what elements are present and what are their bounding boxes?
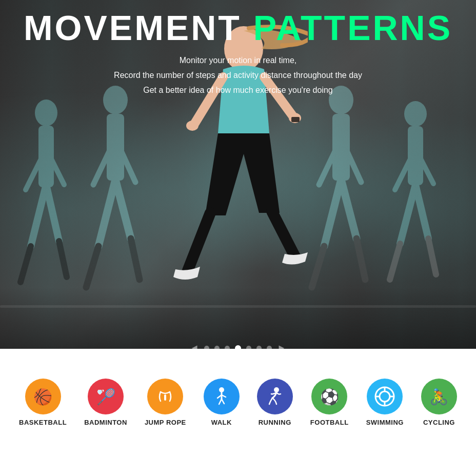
cycling-label: CYCLING	[423, 419, 455, 426]
svg-line-22	[272, 211, 295, 256]
svg-point-50	[380, 391, 390, 402]
svg-line-11	[115, 180, 131, 239]
football-label: FOOTBALL	[310, 419, 349, 426]
subtitle: Monitor your motion in real time, Record…	[0, 53, 476, 97]
svg-line-47	[222, 399, 224, 404]
walk-label: WALK	[211, 419, 232, 426]
activity-badminton[interactable]: 🏸 BADMINTON	[84, 379, 127, 426]
runner-figures	[0, 62, 476, 308]
dot-6[interactable]	[256, 346, 262, 351]
activity-swimming[interactable]: SWIMMING	[366, 379, 404, 426]
subtitle-line2: Record the number of steps and activity …	[0, 68, 476, 83]
svg-line-21	[187, 213, 210, 272]
svg-point-32	[404, 101, 427, 127]
dot-7[interactable]	[267, 346, 272, 351]
svg-line-36	[390, 244, 400, 280]
activity-football[interactable]: ⚽ FOOTBALL	[310, 379, 349, 426]
svg-line-28	[312, 246, 324, 287]
svg-line-37	[428, 239, 436, 274]
svg-point-48	[274, 387, 279, 392]
svg-line-26	[324, 180, 341, 246]
svg-point-19	[186, 121, 199, 131]
pagination-dots: ◄ ►	[0, 343, 476, 353]
jumprope-icon	[147, 379, 183, 414]
svg-rect-23	[291, 117, 300, 122]
svg-line-46	[219, 399, 222, 404]
svg-line-3	[46, 185, 59, 241]
football-icon: ⚽	[311, 379, 347, 414]
activity-walk[interactable]: WALK	[204, 379, 240, 426]
next-arrow[interactable]: ►	[277, 343, 286, 353]
swimming-icon	[367, 379, 403, 414]
page-title: MOVEMENT PATTERNS	[0, 10, 476, 45]
running-icon	[257, 379, 293, 414]
svg-rect-41	[164, 394, 166, 401]
basketball-label: BASKETBALL	[19, 419, 67, 426]
prev-arrow[interactable]: ◄	[190, 343, 199, 353]
title-patterns: PATTERNS	[253, 8, 452, 47]
svg-line-10	[98, 180, 115, 246]
title-movement: MOVEMENT	[24, 8, 253, 47]
dot-4-active[interactable]	[235, 345, 241, 351]
svg-line-27	[341, 180, 356, 239]
basketball-icon: 🏀	[25, 379, 61, 414]
svg-point-0	[35, 100, 57, 126]
subtitle-line1: Monitor your motion in real time,	[0, 53, 476, 68]
activity-cycling[interactable]: 🚴 CYCLING	[421, 379, 457, 426]
activity-jumprope[interactable]: JUMP ROPE	[145, 379, 186, 426]
dot-2[interactable]	[214, 346, 220, 351]
dot-3[interactable]	[225, 346, 230, 351]
swimming-label: SWIMMING	[366, 419, 404, 426]
svg-line-35	[415, 185, 428, 239]
walk-icon	[204, 379, 240, 414]
dot-1[interactable]	[204, 346, 209, 351]
svg-line-13	[131, 239, 140, 280]
running-label: RUNNING	[259, 419, 291, 426]
badminton-icon: 🏸	[88, 379, 124, 414]
svg-line-12	[86, 246, 98, 287]
svg-line-5	[59, 241, 67, 277]
activity-running[interactable]: RUNNING	[257, 379, 293, 426]
svg-line-2	[31, 185, 46, 246]
subtitle-line3: Get a better idea of how much exercise y…	[0, 83, 476, 98]
dot-5[interactable]	[246, 346, 251, 351]
activity-basketball[interactable]: 🏀 BASKETBALL	[19, 379, 67, 426]
svg-line-4	[21, 246, 31, 282]
svg-line-29	[356, 239, 365, 280]
svg-line-34	[400, 185, 415, 244]
main-container: MOVEMENT PATTERNS Monitor your motion in…	[0, 0, 476, 456]
cycling-icon: 🚴	[421, 379, 457, 414]
activities-section: 🏀 BASKETBALL 🏸 BADMINTON JUMP ROPE	[0, 349, 476, 456]
badminton-label: BADMINTON	[84, 419, 127, 426]
title-section: MOVEMENT PATTERNS Monitor your motion in…	[0, 10, 476, 97]
jumprope-label: JUMP ROPE	[145, 419, 186, 426]
